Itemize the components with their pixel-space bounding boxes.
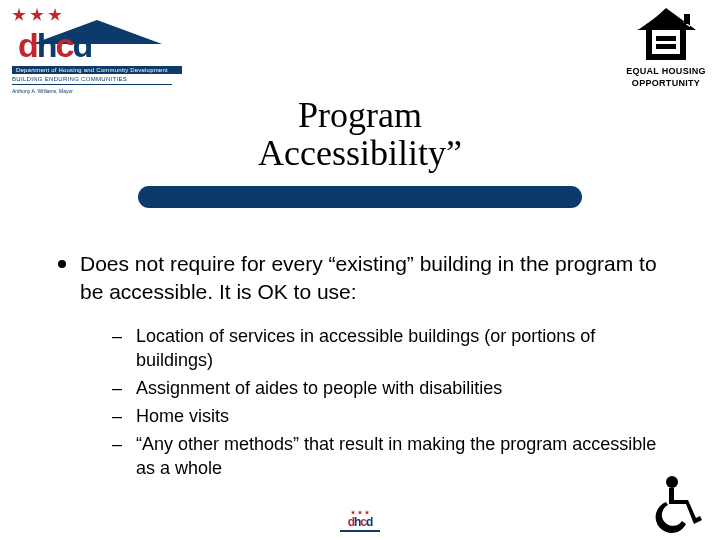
svg-rect-5 bbox=[656, 44, 676, 49]
list-item: – Home visits bbox=[112, 404, 670, 428]
title-wrap: Program Accessibility” bbox=[0, 96, 720, 172]
content: Does not require for every “existing” bu… bbox=[58, 250, 670, 484]
slide: dhcd Department of Housing and Community… bbox=[0, 0, 720, 540]
slide-title-line2: Accessibility” bbox=[0, 134, 720, 172]
house-equals-icon bbox=[634, 8, 698, 64]
eho-text-1: EQUAL HOUSING bbox=[624, 66, 708, 76]
mini-underline bbox=[340, 530, 380, 532]
svg-rect-4 bbox=[656, 36, 676, 41]
bullet-dot-icon bbox=[58, 260, 66, 268]
dhcd-wordmark: dhcd bbox=[18, 26, 182, 65]
dhcd-letter: h bbox=[37, 26, 56, 64]
wheelchair-icon bbox=[646, 474, 710, 538]
mini-letter: d bbox=[366, 515, 372, 529]
sub-list: – Location of services in accessible bui… bbox=[112, 324, 670, 480]
dhcd-underline bbox=[12, 84, 172, 85]
svg-rect-3 bbox=[652, 30, 680, 54]
list-item: – Location of services in accessible bui… bbox=[112, 324, 670, 372]
dhcd-strip: Department of Housing and Community Deve… bbox=[12, 66, 182, 74]
footer-dhcd-logo: dhcd bbox=[340, 510, 380, 532]
slide-title-line1: Program bbox=[0, 96, 720, 134]
dhcd-sub: Anthony A. Williams, Mayor bbox=[12, 88, 182, 94]
list-item: – Assignment of aides to people with dis… bbox=[112, 376, 670, 400]
dhcd-tagline: BUILDING ENDURING COMMUNITIES bbox=[12, 76, 182, 82]
svg-rect-6 bbox=[684, 14, 690, 24]
eho-text-2: OPPORTUNITY bbox=[624, 78, 708, 88]
list-item: – “Any other methods” that result in mak… bbox=[112, 432, 670, 480]
list-item-text: “Any other methods” that result in makin… bbox=[136, 432, 670, 480]
dhcd-logo: dhcd Department of Housing and Community… bbox=[12, 8, 182, 94]
dhcd-house-icon: dhcd bbox=[12, 20, 182, 66]
dhcd-letter: d bbox=[72, 26, 91, 64]
lead-text: Does not require for every “existing” bu… bbox=[80, 250, 670, 306]
list-item-text: Assignment of aides to people with disab… bbox=[136, 376, 670, 400]
lead-bullet: Does not require for every “existing” bu… bbox=[58, 250, 670, 306]
list-item-text: Home visits bbox=[136, 404, 670, 428]
dash-icon: – bbox=[112, 324, 122, 372]
dash-icon: – bbox=[112, 432, 122, 480]
list-item-text: Location of services in accessible build… bbox=[136, 324, 670, 372]
mini-wordmark: dhcd bbox=[340, 515, 380, 529]
dash-icon: – bbox=[112, 404, 122, 428]
equal-housing-logo: EQUAL HOUSING OPPORTUNITY bbox=[624, 8, 708, 88]
dash-icon: – bbox=[112, 376, 122, 400]
svg-point-7 bbox=[666, 476, 678, 488]
dhcd-letter: c bbox=[56, 26, 73, 64]
dhcd-letter: d bbox=[18, 26, 37, 64]
title-underline-bar bbox=[138, 186, 582, 208]
